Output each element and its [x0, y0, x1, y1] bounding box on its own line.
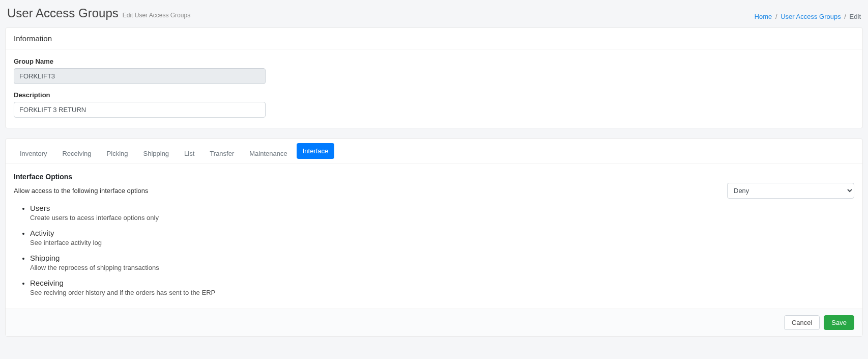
interface-section-title: Interface Options — [14, 173, 854, 181]
information-card-header: Information — [6, 28, 862, 49]
option-title: Activity — [30, 229, 854, 237]
description-input[interactable] — [14, 102, 266, 118]
tab-inventory[interactable]: Inventory — [14, 146, 53, 163]
access-select[interactable]: Deny — [727, 183, 854, 199]
option-title: Shipping — [30, 254, 854, 262]
group-name-input[interactable] — [14, 68, 266, 84]
tab-maintenance[interactable]: Maintenance — [243, 146, 293, 163]
list-item: UsersCreate users to acess interface opt… — [30, 204, 854, 222]
option-desc: See interface activity log — [30, 239, 854, 246]
breadcrumb-current: Edit — [850, 13, 861, 20]
tab-list[interactable]: List — [178, 146, 200, 163]
option-desc: Create users to acess interface options … — [30, 214, 854, 222]
option-desc: Allow the reprocess of shipping transact… — [30, 264, 854, 271]
save-button[interactable]: Save — [824, 315, 854, 330]
tab-picking[interactable]: Picking — [101, 146, 134, 163]
breadcrumb-sep: / — [843, 13, 848, 20]
list-item: ActivitySee interface activity log — [30, 229, 854, 246]
page-header: User Access Groups Edit User Access Grou… — [5, 0, 863, 27]
card-footer: Cancel Save — [6, 309, 862, 336]
tabs-card: InventoryReceivingPickingShippingListTra… — [5, 139, 863, 337]
list-item: ShippingAllow the reprocess of shipping … — [30, 254, 854, 271]
tab-shipping[interactable]: Shipping — [137, 146, 176, 163]
interface-section-desc: Allow access to the following interface … — [14, 187, 148, 195]
option-desc: See reciving order history and if the or… — [30, 289, 854, 296]
tabs-nav: InventoryReceivingPickingShippingListTra… — [6, 139, 862, 163]
option-title: Receiving — [30, 279, 854, 287]
group-name-label: Group Name — [14, 58, 854, 65]
tab-transfer[interactable]: Transfer — [204, 146, 240, 163]
option-title: Users — [30, 204, 854, 212]
breadcrumb-user-access-groups[interactable]: User Access Groups — [780, 13, 841, 20]
cancel-button[interactable]: Cancel — [784, 315, 820, 330]
breadcrumb: Home / User Access Groups / Edit — [755, 13, 861, 20]
tab-interface[interactable]: Interface — [297, 143, 335, 159]
interface-section: Interface Options Allow access to the fo… — [6, 163, 862, 309]
breadcrumb-sep: / — [774, 13, 779, 20]
description-label: Description — [14, 91, 854, 99]
tab-receiving[interactable]: Receiving — [56, 146, 97, 163]
page-subtitle: Edit User Access Groups — [123, 12, 190, 19]
breadcrumb-home[interactable]: Home — [755, 13, 772, 20]
list-item: ReceivingSee reciving order history and … — [30, 279, 854, 296]
page-title: User Access Groups — [7, 6, 119, 20]
information-card: Information Group Name Description — [5, 27, 863, 128]
interface-option-list: UsersCreate users to acess interface opt… — [14, 204, 854, 296]
